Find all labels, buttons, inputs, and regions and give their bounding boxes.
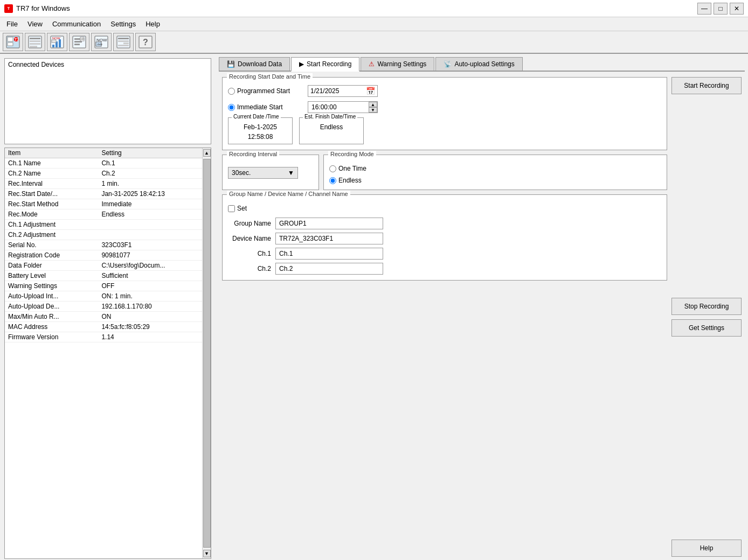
tab-start-recording[interactable]: ▶ Start Recording [291,57,359,72]
table-row: Warning SettingsOFF [5,281,211,291]
toolbar-btn-2[interactable] [25,33,45,51]
ch2-input[interactable] [275,263,383,275]
row-setting: 323C03F1 [98,240,211,250]
stop-recording-button[interactable]: Stop Recording [671,298,742,315]
row-setting: ON: 1 min. [98,291,211,302]
toolbar-btn-6[interactable] [113,33,134,51]
table-row: Ch.1 Adjustment [5,220,211,230]
device-name-input[interactable] [275,233,383,244]
menu-view[interactable]: View [23,19,47,29]
group-name-label: Group Name [228,220,271,227]
one-time-label[interactable]: One Time [329,165,405,172]
row-setting: 1.14 [98,332,211,342]
toolbar-btn-4[interactable]: ab [69,33,89,51]
row-setting: Immediate [98,199,211,209]
table-row: Auto-Upload Int...ON: 1 min. [5,291,211,302]
col-setting: Setting [98,148,211,158]
date-input[interactable]: 1/21/2025 📅 [308,85,378,97]
tab-warning-settings[interactable]: ⚠ Warning Settings [361,57,434,71]
tabs-container: 💾 Download Data ▶ Start Recording ⚠ Warn… [219,57,745,72]
recording-start-group: Recording Start Date and Time Programmed… [222,77,667,150]
row-setting: Endless [98,209,211,220]
auto-upload-icon: 📡 [444,60,452,68]
svg-rect-28 [118,40,129,42]
immediate-start-label[interactable]: Immediate Start [228,103,303,111]
help-button[interactable]: Help [671,540,742,557]
row-item: Auto-Upload De... [5,302,98,312]
table-row: Serial No.323C03F1 [5,240,211,250]
time-down[interactable]: ▼ [369,107,377,113]
time-up[interactable]: ▲ [369,102,377,107]
set-label: Set [237,205,247,212]
programmed-start-radio[interactable] [228,88,235,95]
current-datetime-content: Feb-1-2025 12:58:08 [234,122,287,142]
set-row: Set [228,205,661,212]
warning-icon: ⚠ [369,60,375,68]
title-bar-left: T TR7 for Windows [4,4,70,13]
toolbar-btn-5[interactable]: NOWdate [91,33,112,51]
table-row: Rec.Start MethodImmediate [5,199,211,209]
table-row: Rec.Start Date/...Jan-31-2025 18:42:13 [5,189,211,199]
restore-button[interactable]: □ [714,3,728,15]
table-row: MAC Address14:5a:fc:f8:05:29 [5,322,211,332]
get-settings-button[interactable]: Get Settings [671,319,742,337]
row-setting: ON [98,312,211,322]
menu-communication[interactable]: Communication [48,19,105,29]
menu-help[interactable]: Help [141,19,164,29]
scroll-down[interactable]: ▼ [203,550,211,557]
close-button[interactable]: ✕ [730,3,744,15]
menu-file[interactable]: File [2,19,22,29]
one-time-radio[interactable] [329,165,336,172]
scroll-thumb[interactable] [203,159,211,548]
toolbar-btn-3[interactable]: NOW [47,33,67,51]
scroll-indicator: ▲ ▼ [202,148,211,558]
set-checkbox[interactable] [228,205,235,212]
toolbar-btn-help[interactable]: ? [135,33,156,51]
tab-auto-upload[interactable]: 📡 Auto-upload Settings [435,57,522,71]
date-value: 1/21/2025 [310,87,339,95]
svg-rect-15 [52,40,56,43]
immediate-start-radio[interactable] [228,104,235,111]
row-item: Ch.1 Adjustment [5,220,98,230]
time-spinner[interactable]: ▲ ▼ [369,102,377,113]
recording-interval-group: Recording Interval 30sec. ▼ [222,155,319,190]
row-setting: Jan-31-2025 18:42:13 [98,189,211,199]
endless-radio[interactable] [329,177,336,184]
group-name-input[interactable] [275,218,383,229]
right-panel: 💾 Download Data ▶ Start Recording ⚠ Warn… [216,54,748,560]
row-item: Battery Level [5,271,98,281]
programmed-start-label[interactable]: Programmed Start [228,87,303,95]
tab-download-data[interactable]: 💾 Download Data [219,57,290,71]
start-recording-tab-icon: ▶ [299,60,304,68]
svg-rect-2 [8,43,13,46]
scroll-up[interactable]: ▲ [203,149,211,157]
menu-settings[interactable]: Settings [106,19,140,29]
table-row: Ch.2 Adjustment [5,230,211,240]
tab-auto-upload-label: Auto-upload Settings [454,60,514,68]
start-recording-button[interactable]: Start Recording [671,77,742,94]
recording-interval-title: Recording Interval [227,151,279,157]
ch1-input[interactable] [275,248,383,260]
svg-rect-6 [30,38,40,39]
svg-rect-11 [52,45,54,47]
menu-bar: File View Communication Settings Help [0,17,748,31]
device-name-row: Device Name [228,233,661,244]
minimize-button[interactable]: — [697,3,711,15]
svg-text:NOW: NOW [52,37,60,40]
recording-start-title: Recording Start Date and Time [227,73,313,80]
endless-label[interactable]: Endless [329,177,405,184]
row-item: Rec.Mode [5,209,98,220]
toolbar-btn-1[interactable]: T7 [3,33,23,51]
row-item: Registration Code [5,250,98,261]
immediate-start-row: Immediate Start 16:00:00 ▲ ▼ [228,101,661,113]
calendar-icon[interactable]: 📅 [366,87,375,95]
row-setting: C:\Users\fog\Docum... [98,261,211,271]
title-bar: T TR7 for Windows — □ ✕ [0,0,748,17]
row-item: Max/Min Auto R... [5,312,98,322]
svg-rect-7 [30,40,40,42]
col-item: Item [5,148,98,158]
row-setting: Ch.1 [98,158,211,169]
window-title: TR7 for Windows [16,4,70,12]
recording-mode-title: Recording Mode [328,151,376,157]
interval-select[interactable]: 30sec. ▼ [228,167,298,179]
